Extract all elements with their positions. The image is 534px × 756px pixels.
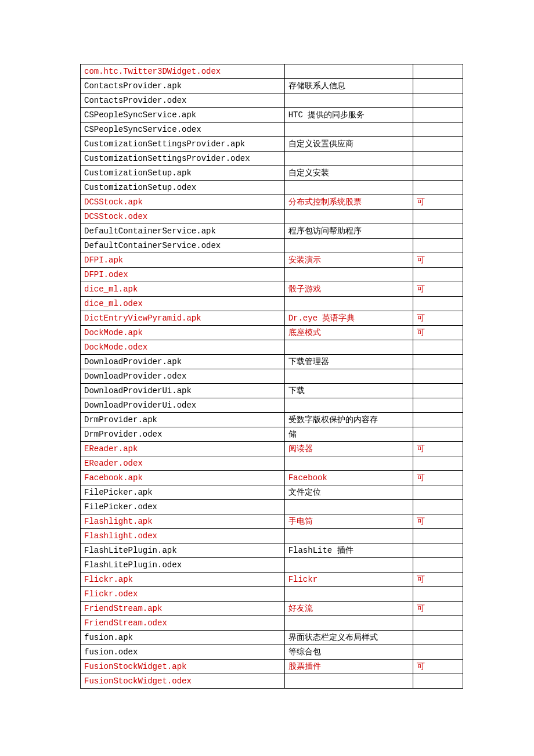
mark-cell <box>413 123 463 137</box>
mark-cell <box>413 645 463 660</box>
table-row: EReader.odex <box>81 456 463 471</box>
file-cell: CSPeopleSyncService.odex <box>81 123 285 137</box>
desc-cell: 骰子游戏 <box>284 282 413 297</box>
mark-cell: 可 <box>413 311 463 326</box>
table-row: DownloadProviderUi.apk下载 <box>81 384 463 398</box>
table-row: FusionStockWidget.apk股票插件可 <box>81 660 463 674</box>
mark-cell <box>413 485 463 500</box>
table-row: DefaultContainerService.odex <box>81 239 463 253</box>
mark-cell <box>413 181 463 195</box>
table-row: FusionStockWidget.odex <box>81 674 463 689</box>
file-cell: DrmProvider.odex <box>81 427 285 442</box>
desc-cell: 程序包访问帮助程序 <box>284 224 413 239</box>
file-cell: DownloadProviderUi.apk <box>81 384 285 398</box>
mark-cell <box>413 529 463 543</box>
table-row: CSPeopleSyncService.odex <box>81 123 463 137</box>
mark-cell <box>413 137 463 152</box>
file-cell: fusion.apk <box>81 631 285 645</box>
table-row: FlashLitePlugin.odex <box>81 558 463 573</box>
file-cell: CustomizationSetup.apk <box>81 166 285 181</box>
file-cell: Facebook.apk <box>81 471 285 485</box>
desc-cell <box>284 210 413 224</box>
file-cell: FlashLitePlugin.apk <box>81 543 285 558</box>
desc-cell <box>284 369 413 384</box>
table-row: Flashlight.odex <box>81 529 463 543</box>
table-row: Facebook.apkFacebook可 <box>81 471 463 485</box>
table-row: CustomizationSettingsProvider.odex <box>81 152 463 166</box>
mark-cell <box>413 587 463 602</box>
desc-cell <box>284 616 413 631</box>
file-table: com.htc.Twitter3DWidget.odexContactsProv… <box>80 64 463 689</box>
file-cell: fusion.odex <box>81 645 285 660</box>
mark-cell <box>413 224 463 239</box>
desc-cell <box>284 297 413 311</box>
file-cell: FriendStream.odex <box>81 616 285 631</box>
table-row: Flickr.odex <box>81 587 463 602</box>
mark-cell: 可 <box>413 573 463 587</box>
table-row: DFPI.apk安装演示可 <box>81 253 463 268</box>
file-cell: dice_ml.odex <box>81 297 285 311</box>
desc-cell: 受数字版权保护的内容存 <box>284 413 413 427</box>
file-cell: CustomizationSettingsProvider.apk <box>81 137 285 152</box>
table-row: DictEntryViewPyramid.apkDr.eye 英语字典可 <box>81 311 463 326</box>
file-cell: FusionStockWidget.odex <box>81 674 285 689</box>
file-cell: Flashlight.odex <box>81 529 285 543</box>
desc-cell: 安装演示 <box>284 253 413 268</box>
table-row: DockMode.apk底座模式可 <box>81 326 463 340</box>
document-page: com.htc.Twitter3DWidget.odexContactsProv… <box>0 0 534 756</box>
file-cell: FilePicker.odex <box>81 500 285 514</box>
desc-cell: HTC 提供的同步服务 <box>284 108 413 123</box>
mark-cell <box>413 558 463 573</box>
mark-cell <box>413 166 463 181</box>
mark-cell <box>413 152 463 166</box>
desc-cell <box>284 93 413 108</box>
file-cell: Flashlight.apk <box>81 514 285 529</box>
table-row: CSPeopleSyncService.apkHTC 提供的同步服务 <box>81 108 463 123</box>
mark-cell <box>413 369 463 384</box>
desc-cell <box>284 398 413 413</box>
mark-cell: 可 <box>413 660 463 674</box>
table-row: com.htc.Twitter3DWidget.odex <box>81 64 463 79</box>
mark-cell: 可 <box>413 282 463 297</box>
table-row: fusion.odex等综合包 <box>81 645 463 660</box>
table-row: Flickr.apkFlickr可 <box>81 573 463 587</box>
desc-cell <box>284 64 413 79</box>
table-row: FriendStream.apk好友流可 <box>81 602 463 616</box>
table-row: CustomizationSetup.apk自定义安装 <box>81 166 463 181</box>
desc-cell <box>284 500 413 514</box>
desc-cell <box>284 340 413 355</box>
table-row: FlashLitePlugin.apkFlashLite 插件 <box>81 543 463 558</box>
mark-cell <box>413 268 463 282</box>
desc-cell: Dr.eye 英语字典 <box>284 311 413 326</box>
desc-cell: 下载 <box>284 384 413 398</box>
table-row: CustomizationSetup.odex <box>81 181 463 195</box>
desc-cell <box>284 456 413 471</box>
desc-cell: 自定义设置供应商 <box>284 137 413 152</box>
mark-cell <box>413 398 463 413</box>
file-cell: DrmProvider.apk <box>81 413 285 427</box>
mark-cell: 可 <box>413 253 463 268</box>
file-cell: FlashLitePlugin.odex <box>81 558 285 573</box>
file-cell: FriendStream.apk <box>81 602 285 616</box>
desc-cell: 储 <box>284 427 413 442</box>
file-cell: DockMode.odex <box>81 340 285 355</box>
table-row: CustomizationSettingsProvider.apk自定义设置供应… <box>81 137 463 152</box>
desc-cell <box>284 674 413 689</box>
mark-cell: 可 <box>413 602 463 616</box>
mark-cell <box>413 239 463 253</box>
desc-cell: Flickr <box>284 573 413 587</box>
file-cell: EReader.odex <box>81 456 285 471</box>
file-cell: ContactsProvider.odex <box>81 93 285 108</box>
desc-cell: 自定义安装 <box>284 166 413 181</box>
desc-cell <box>284 587 413 602</box>
file-cell: DictEntryViewPyramid.apk <box>81 311 285 326</box>
desc-cell <box>284 181 413 195</box>
file-cell: DFPI.odex <box>81 268 285 282</box>
table-row: dice_ml.apk骰子游戏可 <box>81 282 463 297</box>
desc-cell <box>284 123 413 137</box>
file-cell: com.htc.Twitter3DWidget.odex <box>81 64 285 79</box>
table-row: ContactsProvider.odex <box>81 93 463 108</box>
desc-cell: 底座模式 <box>284 326 413 340</box>
file-cell: DCSStock.odex <box>81 210 285 224</box>
mark-cell <box>413 427 463 442</box>
